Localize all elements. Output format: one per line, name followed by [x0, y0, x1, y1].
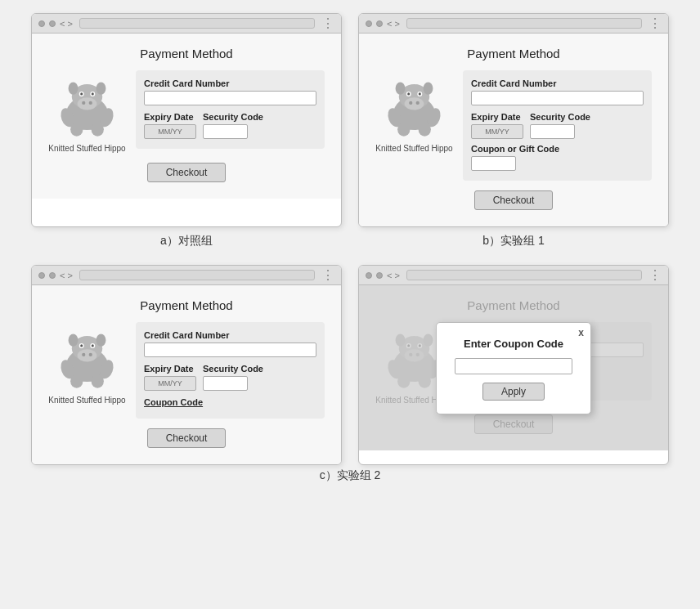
hippo-label-exp2a: Knitted Stuffed Hippo — [48, 396, 125, 405]
bottom-group: < > ⋮ Payment Method — [13, 265, 687, 483]
modal-overlay: x Enter Coupon Code Apply — [359, 285, 668, 450]
browser-addressbar-exp2b — [406, 270, 642, 280]
browser-titlebar-exp2a: < > ⋮ — [32, 266, 341, 285]
svg-point-40 — [96, 334, 106, 346]
expiry-input-exp2a[interactable]: MM/YY — [144, 376, 196, 391]
hippo-area-exp2a: Knitted Stuffed Hippo — [48, 322, 126, 405]
checkout-button-control[interactable]: Checkout — [147, 163, 227, 182]
expiry-label-exp1: Expiry Date — [471, 112, 523, 122]
security-label-control: Security Code — [203, 112, 263, 122]
checkout-button-exp1[interactable]: Checkout — [474, 190, 554, 210]
svg-point-13 — [70, 123, 83, 137]
form-area-exp1: Credit Card Number Expiry Date MM/YY Sec… — [463, 70, 652, 181]
form-area-exp2a: Credit Card Number Expiry Date MM/YY Sec… — [136, 322, 325, 419]
credit-card-input-exp2a[interactable] — [144, 343, 316, 357]
browser-titlebar-exp2b: < > ⋮ — [359, 266, 668, 285]
browser-controls-exp2a: < > — [38, 271, 73, 280]
browser-content-exp2b: Payment Method — [359, 285, 668, 450]
payment-title-exp2a: Payment Method — [48, 298, 325, 312]
browser-menu-icon: ⋮ — [321, 17, 334, 30]
svg-point-28 — [397, 123, 410, 137]
security-input-exp2a[interactable] — [203, 376, 248, 391]
browser-dot-5 — [38, 272, 45, 279]
coupon-gift-area: Coupon or Gift Code — [471, 144, 644, 171]
modal-title: Enter Coupon Code — [455, 338, 572, 350]
bottom-caption: c）实验组 2 — [13, 468, 687, 483]
browser-addressbar — [79, 18, 315, 29]
svg-point-38 — [92, 344, 94, 347]
security-field-exp1: Security Code — [530, 112, 590, 139]
caption-control: a）对照组 — [31, 234, 342, 249]
credit-card-input-exp1[interactable] — [471, 91, 644, 105]
top-captions-row: a）对照组 b）实验组 1 — [13, 234, 687, 249]
browser-dot-8 — [376, 272, 383, 279]
coupon-gift-input[interactable] — [471, 156, 516, 171]
expiry-field-exp2a: Expiry Date MM/YY — [144, 364, 196, 391]
browser-dot-4 — [376, 20, 383, 27]
svg-point-3 — [82, 101, 85, 105]
svg-point-39 — [69, 334, 79, 346]
browser-controls-exp1: < > — [366, 19, 400, 29]
security-field-control: Security Code — [203, 112, 263, 139]
svg-point-34 — [89, 353, 92, 356]
checkout-button-exp2a[interactable]: Checkout — [147, 428, 227, 448]
svg-point-43 — [70, 374, 83, 388]
svg-point-18 — [409, 101, 412, 105]
browser-dot-2 — [49, 20, 56, 27]
hippo-image-exp1 — [379, 70, 449, 140]
expiry-input-control[interactable]: MM/YY — [144, 124, 196, 139]
svg-point-44 — [92, 374, 104, 388]
svg-point-14 — [92, 123, 104, 137]
security-input-exp1[interactable] — [530, 124, 575, 139]
svg-point-29 — [419, 123, 431, 137]
browser-content-exp2a: Payment Method — [32, 285, 341, 464]
browser-dot-7 — [366, 272, 372, 279]
coupon-code-link[interactable]: Coupon Code — [144, 397, 203, 407]
svg-point-32 — [78, 349, 97, 361]
svg-point-25 — [424, 82, 433, 94]
svg-point-37 — [80, 344, 83, 347]
modal-close-button[interactable]: x — [578, 327, 584, 338]
browser-window-exp2b: < > ⋮ Payment Method — [358, 265, 669, 465]
credit-card-input-control[interactable] — [144, 91, 316, 105]
coupon-gift-label: Coupon or Gift Code — [471, 144, 644, 154]
expiry-field-control: Expiry Date MM/YY — [144, 112, 196, 139]
browser-window-exp1: < > ⋮ Payment Method — [358, 13, 669, 227]
expiry-label-exp2a: Expiry Date — [144, 364, 196, 374]
browser-controls-exp2b: < > — [366, 271, 400, 280]
payment-body-control: Knitted Stuffed Hippo Credit Card Number… — [48, 70, 325, 153]
hippo-area-exp1: Knitted Stuffed Hippo — [375, 70, 453, 153]
svg-point-33 — [82, 353, 85, 356]
payment-title-exp1: Payment Method — [375, 47, 652, 60]
credit-card-label-control: Credit Card Number — [144, 78, 316, 88]
coupon-link-area: Coupon Code — [144, 394, 316, 409]
modal-apply-row: Apply — [455, 383, 572, 401]
browser-menu-icon-exp1: ⋮ — [648, 17, 662, 30]
caption-exp1: b）实验组 1 — [358, 234, 669, 249]
browser-titlebar: < > ⋮ — [32, 14, 341, 34]
browser-addressbar-exp2a — [79, 270, 315, 280]
browser-dot-6 — [49, 272, 56, 279]
svg-point-10 — [96, 82, 106, 94]
inline-fields-control: Expiry Date MM/YY Security Code — [144, 112, 316, 139]
browser-dot-1 — [38, 20, 45, 27]
expiry-label-control: Expiry Date — [144, 112, 196, 122]
inline-fields-exp1: Expiry Date MM/YY Security Code — [471, 112, 644, 139]
svg-point-4 — [89, 101, 92, 105]
hippo-image-control — [52, 70, 122, 140]
browser-menu-icon-exp2a: ⋮ — [321, 269, 334, 282]
svg-point-24 — [396, 82, 406, 94]
modal-dialog: x Enter Coupon Code Apply — [436, 322, 591, 414]
svg-point-9 — [69, 82, 79, 94]
browser-addressbar-exp1 — [406, 18, 642, 29]
apply-button[interactable]: Apply — [482, 383, 545, 401]
svg-point-7 — [80, 92, 83, 95]
svg-point-23 — [419, 92, 421, 95]
expiry-input-exp1[interactable]: MM/YY — [471, 124, 523, 139]
security-label-exp1: Security Code — [530, 112, 590, 122]
browser-content-control: Payment Method — [32, 34, 341, 199]
credit-card-label-exp2a: Credit Card Number — [144, 330, 316, 340]
checkout-row-exp1: Checkout — [375, 190, 652, 210]
security-input-control[interactable] — [203, 124, 248, 139]
coupon-code-input[interactable] — [455, 358, 572, 374]
